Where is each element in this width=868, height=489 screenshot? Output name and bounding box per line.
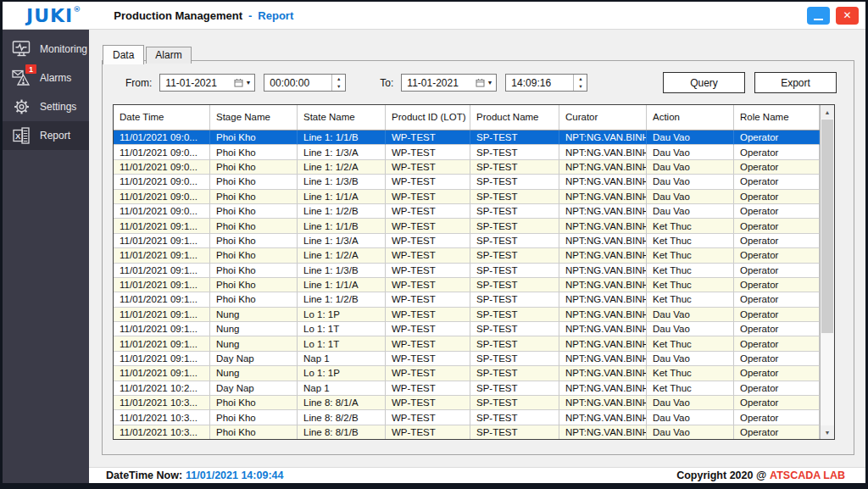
app-window: JUKI® Production Management - Report ✕ M… [0, 0, 868, 489]
table-cell: Ket Thuc [647, 248, 734, 263]
tab-alarm[interactable]: Alarm [146, 47, 191, 64]
calendar-dropdown-icon[interactable]: ▼ [234, 78, 254, 87]
time-spinner[interactable]: ▲▼ [573, 75, 587, 91]
table-row[interactable]: 11/01/2021 10:3...Phoi KhoLine 8: 8/1/AW… [114, 396, 820, 410]
table-row[interactable]: 11/01/2021 09:1...NungLo 1: 1TWP-TESTSP-… [114, 336, 820, 351]
table-row[interactable]: 11/01/2021 09:1...Phoi KhoLine 1: 1/2/BW… [114, 292, 820, 307]
table-cell: 11/01/2021 09:0... [114, 175, 210, 189]
export-button[interactable]: Export [754, 72, 837, 93]
table-cell: 11/01/2021 09:1... [114, 322, 210, 336]
table-row[interactable]: 11/01/2021 09:0...Phoi KhoLine 1: 1/2/AW… [114, 160, 820, 175]
table-cell: Nung [210, 366, 298, 381]
table-row[interactable]: 11/01/2021 09:0...Phoi KhoLine 1: 1/3/AW… [114, 145, 820, 159]
minimize-button[interactable] [807, 7, 830, 25]
from-date-picker[interactable]: 11-01-2021 ▼ [159, 74, 255, 92]
table-row[interactable]: 11/01/2021 09:0...Phoi KhoLine 1: 1/2/BW… [114, 204, 820, 219]
column-header[interactable]: Product Name [470, 105, 559, 130]
table-cell: WP-TEST [386, 278, 470, 292]
table-cell: Operator [734, 396, 820, 410]
scroll-down-arrow-icon[interactable]: ▼ [821, 425, 834, 439]
table-cell: Ket Thuc [647, 264, 734, 278]
table-row[interactable]: 11/01/2021 09:1...Phoi KhoLine 1: 1/3/AW… [114, 234, 820, 248]
table-cell: NPT:NG.VAN.BINH [559, 425, 647, 439]
vertical-scrollbar[interactable]: ▲ ▼ [820, 105, 834, 439]
table-cell: Operator [734, 352, 820, 366]
table-cell: Operator [734, 366, 820, 381]
column-header[interactable]: Curator [559, 105, 647, 130]
table-cell: Dau Vao [647, 160, 734, 175]
spinner-down-icon[interactable]: ▼ [332, 83, 345, 92]
table-cell: 11/01/2021 10:2... [114, 381, 210, 396]
column-header[interactable]: State Name [298, 105, 386, 130]
table-row[interactable]: 11/01/2021 10:3...Phoi KhoLine 8: 8/2/BW… [114, 410, 820, 425]
registered-mark: ® [73, 5, 81, 14]
table-row[interactable]: 11/01/2021 10:2...Day NapNap 1WP-TESTSP-… [114, 381, 820, 396]
table-cell: Line 1: 1/1/A [298, 190, 386, 204]
table-cell: 11/01/2021 10:3... [114, 425, 210, 439]
table-cell: Dau Vao [647, 322, 734, 336]
table-cell: Dau Vao [647, 204, 734, 219]
sidebar-item-monitoring[interactable]: Monitoring [3, 35, 89, 64]
sidebar-item-settings[interactable]: Settings [3, 92, 89, 121]
table-cell: Ket Thuc [647, 219, 734, 233]
tab-data[interactable]: Data [103, 45, 144, 64]
table-row[interactable]: 11/01/2021 09:1...Phoi KhoLine 1: 1/1/AW… [114, 278, 820, 292]
table-cell: Line 1: 1/3/A [298, 145, 386, 159]
table-cell: Operator [734, 278, 820, 292]
column-header[interactable]: Role Name [734, 105, 820, 130]
table-row[interactable]: 11/01/2021 09:1...Phoi KhoLine 1: 1/1/BW… [114, 219, 820, 233]
close-button[interactable]: ✕ [836, 7, 859, 25]
spinner-down-icon[interactable]: ▼ [574, 83, 587, 92]
table-cell: Operator [734, 425, 820, 439]
table-cell: Nung [210, 308, 298, 322]
from-time-input[interactable]: 00:00:00 ▲▼ [264, 74, 346, 92]
table-cell: SP-TEST [470, 175, 559, 189]
table-cell: Operator [734, 131, 820, 145]
table-row[interactable]: 11/01/2021 09:1...NungLo 1: 1PWP-TESTSP-… [114, 308, 820, 322]
table-row[interactable]: 11/01/2021 09:0...Phoi KhoLine 1: 1/1/AW… [114, 190, 820, 204]
table-cell: Line 1: 1/1/B [298, 131, 386, 145]
scroll-up-arrow-icon[interactable]: ▲ [821, 105, 834, 119]
table-row[interactable]: 11/01/2021 10:3...Phoi KhoLine 8: 8/1/BW… [114, 425, 820, 439]
scrollbar-thumb[interactable] [821, 119, 833, 333]
table-row[interactable]: 11/01/2021 09:1...Phoi KhoLine 1: 1/2/AW… [114, 248, 820, 263]
table-row[interactable]: 11/01/2021 09:1...NungLo 1: 1TWP-TESTSP-… [114, 322, 820, 336]
sidebar-item-label: Settings [40, 101, 76, 113]
to-time-input[interactable]: 14:09:16 ▲▼ [505, 74, 587, 92]
table-cell: WP-TEST [386, 175, 470, 189]
table-row[interactable]: 11/01/2021 09:0...Phoi KhoLine 1: 1/1/BW… [114, 131, 820, 145]
table-cell: 11/01/2021 09:1... [114, 366, 210, 381]
table-cell: Ket Thuc [647, 366, 734, 381]
calendar-dropdown-icon[interactable]: ▼ [476, 78, 496, 87]
table-cell: Phoi Kho [210, 425, 298, 439]
column-header[interactable]: Action [647, 105, 734, 130]
report-icon: X [10, 125, 32, 146]
table-cell: Operator [734, 190, 820, 204]
spinner-up-icon[interactable]: ▲ [574, 75, 587, 83]
sidebar-item-report[interactable]: XReport [3, 121, 89, 150]
table-row[interactable]: 11/01/2021 09:1...Phoi KhoLine 1: 1/3/BW… [114, 264, 820, 278]
table-cell: Phoi Kho [210, 131, 298, 145]
window-controls: ✕ [807, 7, 859, 25]
table-cell: WP-TEST [386, 145, 470, 159]
table-cell: SP-TEST [470, 219, 559, 233]
table-cell: Dau Vao [647, 425, 734, 439]
table-row[interactable]: 11/01/2021 09:1...NungLo 1: 1PWP-TESTSP-… [114, 366, 820, 381]
copyright-brand: ATSCADA LAB [770, 470, 845, 481]
column-header[interactable]: Stage Name [210, 105, 298, 130]
table-cell: WP-TEST [386, 248, 470, 263]
column-header[interactable]: Product ID (LOT) [386, 105, 470, 130]
spinner-up-icon[interactable]: ▲ [332, 75, 345, 83]
query-button[interactable]: Query [663, 72, 745, 93]
table-row[interactable]: 11/01/2021 09:1...Day NapNap 1WP-TESTSP-… [114, 352, 820, 366]
to-date-picker[interactable]: 11-01-2021 ▼ [401, 74, 497, 92]
table-row[interactable]: 11/01/2021 09:0...Phoi KhoLine 1: 1/3/BW… [114, 175, 820, 189]
calendar-icon [476, 78, 485, 87]
column-header[interactable]: Date Time [114, 105, 210, 130]
svg-text:X: X [15, 131, 21, 141]
title-separator: - [248, 9, 252, 22]
sidebar-item-alarms[interactable]: 1Alarms [3, 64, 89, 92]
time-spinner[interactable]: ▲▼ [331, 75, 345, 91]
copyright: Copyright 2020 @ATSCADA LAB [676, 470, 849, 481]
table-cell: SP-TEST [470, 248, 559, 263]
